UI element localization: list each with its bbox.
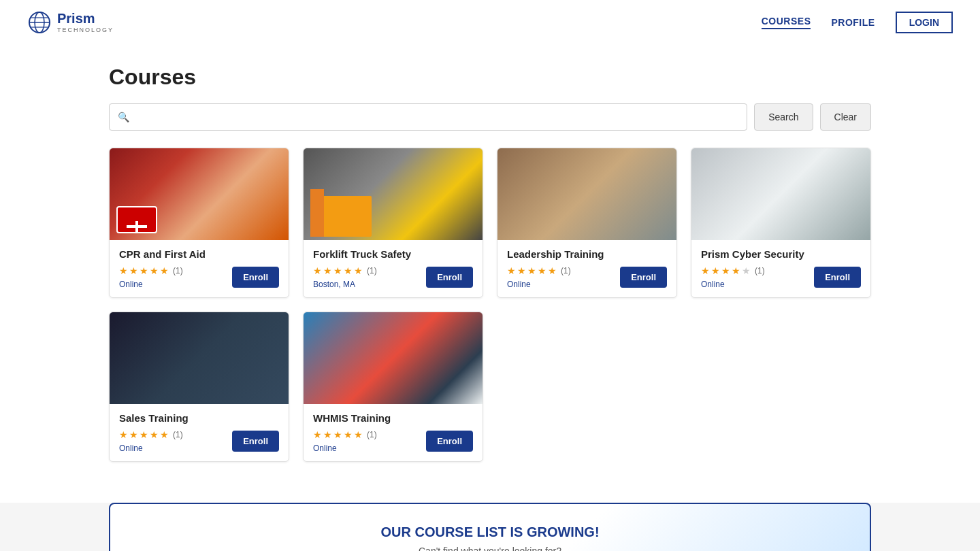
- course-info-leadership: Leadership Training ★★★★★ (1) Online Enr…: [497, 240, 676, 297]
- star-full: ★: [517, 265, 526, 276]
- nav-courses[interactable]: COURSES: [762, 16, 811, 29]
- header: Prism TECHNOLOGY COURSES PROFILE LOGIN: [0, 0, 980, 44]
- course-title-leadership: Leadership Training: [507, 248, 667, 260]
- bottom-banner: OUR COURSE LIST IS GROWING! Can't find w…: [109, 503, 871, 551]
- stars-wrapper-whmis: ★★★★★ (1) Online: [313, 429, 377, 453]
- logo-text: Prism TECHNOLOGY: [57, 11, 114, 33]
- stars-leadership: ★★★★★ (1): [507, 265, 571, 276]
- logo-name: Prism: [57, 11, 114, 27]
- search-button[interactable]: Search: [754, 103, 813, 131]
- page-title: Courses: [109, 65, 871, 90]
- star-full: ★: [344, 265, 353, 276]
- course-card-forklift: Forklift Truck Safety ★★★★★ (1) Boston, …: [303, 148, 483, 298]
- course-title-forklift: Forklift Truck Safety: [313, 248, 473, 260]
- course-location-whmis: Online: [313, 444, 377, 453]
- star-full: ★: [119, 265, 128, 276]
- star-full: ★: [313, 265, 322, 276]
- enroll-button-cpr[interactable]: Enroll: [232, 267, 279, 288]
- star-full: ★: [354, 265, 363, 276]
- course-location-sales: Online: [119, 444, 183, 453]
- course-grid-row2: Sales Training ★★★★★ (1) Online Enroll W…: [109, 312, 871, 462]
- course-location-leadership: Online: [507, 280, 571, 289]
- stars-cpr: ★★★★★ (1): [119, 265, 183, 276]
- star-full: ★: [701, 265, 710, 276]
- star-empty: ★: [742, 265, 751, 276]
- star-full: ★: [711, 265, 720, 276]
- enroll-button-sales[interactable]: Enroll: [232, 431, 279, 452]
- course-grid-row1: CPR and First Aid ★★★★★ (1) Online Enrol…: [109, 148, 871, 298]
- stars-sales: ★★★★★ (1): [119, 429, 183, 440]
- stars-cyber: ★★★★★ (1): [701, 265, 765, 276]
- course-info-cpr: CPR and First Aid ★★★★★ (1) Online Enrol…: [110, 240, 289, 297]
- course-title-sales: Sales Training: [119, 412, 279, 424]
- course-title-whmis: WHMIS Training: [313, 412, 473, 424]
- logo-tagline: TECHNOLOGY: [57, 27, 114, 33]
- star-full: ★: [150, 265, 159, 276]
- search-icon: 🔍: [118, 112, 129, 122]
- enroll-button-whmis[interactable]: Enroll: [426, 431, 473, 452]
- banner-title: OUR COURSE LIST IS GROWING!: [131, 524, 849, 540]
- review-count-leadership: (1): [561, 266, 571, 276]
- course-location-cpr: Online: [119, 280, 183, 289]
- stars-forklift: ★★★★★ (1): [313, 265, 377, 276]
- review-count-forklift: (1): [367, 266, 377, 276]
- course-card-sales: Sales Training ★★★★★ (1) Online Enroll: [109, 312, 289, 462]
- course-info-whmis: WHMIS Training ★★★★★ (1) Online Enroll: [304, 404, 483, 461]
- stars-wrapper-forklift: ★★★★★ (1) Boston, MA: [313, 265, 377, 289]
- course-title-cyber: Prism Cyber Security: [701, 248, 861, 260]
- stars-wrapper-leadership: ★★★★★ (1) Online: [507, 265, 571, 289]
- star-full: ★: [129, 429, 138, 440]
- course-footer-whmis: ★★★★★ (1) Online Enroll: [313, 429, 473, 453]
- course-footer-cyber: ★★★★★ (1) Online Enroll: [701, 265, 861, 289]
- main-content: Courses 🔍 Search Clear CPR and First Aid…: [0, 44, 980, 503]
- course-card-cpr: CPR and First Aid ★★★★★ (1) Online Enrol…: [109, 148, 289, 298]
- star-full: ★: [732, 265, 740, 276]
- course-footer-forklift: ★★★★★ (1) Boston, MA Enroll: [313, 265, 473, 289]
- course-info-cyber: Prism Cyber Security ★★★★★ (1) Online En…: [691, 240, 870, 297]
- course-footer-leadership: ★★★★★ (1) Online Enroll: [507, 265, 667, 289]
- stars-whmis: ★★★★★ (1): [313, 429, 377, 440]
- star-full: ★: [323, 265, 332, 276]
- nav-login-button[interactable]: LOGIN: [896, 12, 953, 33]
- star-full: ★: [721, 265, 730, 276]
- course-location-cyber: Online: [701, 280, 765, 289]
- search-input[interactable]: [135, 112, 738, 122]
- review-count-cyber: (1): [755, 266, 765, 276]
- star-full: ★: [527, 265, 536, 276]
- globe-icon: [27, 10, 52, 35]
- enroll-button-cyber[interactable]: Enroll: [814, 267, 861, 288]
- star-half: ★: [160, 429, 169, 440]
- star-half: ★: [160, 265, 169, 276]
- course-card-whmis: WHMIS Training ★★★★★ (1) Online Enroll: [303, 312, 483, 462]
- star-full: ★: [333, 429, 342, 440]
- search-input-wrapper: 🔍: [109, 103, 747, 131]
- nav-profile[interactable]: PROFILE: [831, 17, 875, 28]
- stars-wrapper-cyber: ★★★★★ (1) Online: [701, 265, 765, 289]
- course-info-forklift: Forklift Truck Safety ★★★★★ (1) Boston, …: [304, 240, 483, 297]
- enroll-button-forklift[interactable]: Enroll: [426, 267, 473, 288]
- course-image-sales: [110, 312, 289, 404]
- enroll-button-leadership[interactable]: Enroll: [620, 267, 667, 288]
- course-footer-cpr: ★★★★★ (1) Online Enroll: [119, 265, 279, 289]
- course-image-cyber: [691, 148, 870, 240]
- course-image-leadership: [497, 148, 676, 240]
- course-image-whmis: [304, 312, 483, 404]
- review-count-cpr: (1): [173, 266, 183, 276]
- clear-button[interactable]: Clear: [820, 103, 871, 131]
- star-full: ★: [507, 265, 516, 276]
- course-footer-sales: ★★★★★ (1) Online Enroll: [119, 429, 279, 453]
- nav: COURSES PROFILE LOGIN: [762, 12, 953, 33]
- star-full: ★: [150, 429, 159, 440]
- star-full: ★: [323, 429, 332, 440]
- logo[interactable]: Prism TECHNOLOGY: [27, 10, 114, 35]
- course-image-cpr: [110, 148, 289, 240]
- search-row: 🔍 Search Clear: [109, 103, 871, 131]
- review-count-whmis: (1): [367, 430, 377, 439]
- star-full: ★: [140, 265, 148, 276]
- star-full: ★: [119, 429, 128, 440]
- stars-wrapper-sales: ★★★★★ (1) Online: [119, 429, 183, 453]
- star-half: ★: [548, 265, 557, 276]
- course-card-cyber: Prism Cyber Security ★★★★★ (1) Online En…: [691, 148, 871, 298]
- course-card-leadership: Leadership Training ★★★★★ (1) Online Enr…: [497, 148, 677, 298]
- star-full: ★: [313, 429, 322, 440]
